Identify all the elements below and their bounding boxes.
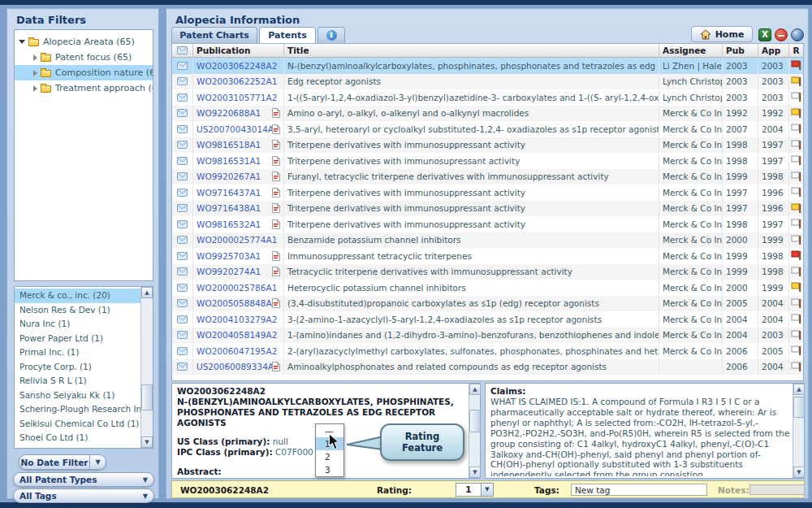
mail-icon[interactable]	[177, 204, 188, 212]
mail-icon[interactable]	[177, 284, 188, 292]
tree-item[interactable]: Composition nature (65)	[15, 65, 153, 80]
mail-icon[interactable]	[177, 267, 188, 276]
publication-link[interactable]: WO9716438A1	[197, 203, 261, 213]
tree-expand-icon[interactable]	[33, 54, 37, 61]
tree-item[interactable]: Treatment approach (65)	[15, 80, 153, 96]
flag-yellow-icon[interactable]	[791, 203, 802, 214]
mail-icon[interactable]	[177, 157, 188, 165]
publication-link[interactable]: WO9920274A1	[197, 267, 261, 276]
scroll-down-icon[interactable]: ▼	[793, 467, 805, 478]
pdf-icon[interactable]	[272, 251, 280, 261]
flag-white-icon[interactable]	[791, 330, 802, 341]
table-row[interactable]: WO9816532A1Triterpene derivatives with i…	[172, 216, 803, 232]
column-header-pub[interactable]: Pub	[723, 44, 758, 57]
chevron-down-icon[interactable]: ▼	[89, 455, 106, 469]
list-item-assignee[interactable]: Nura Inc (1)	[15, 317, 140, 332]
publication-link[interactable]: WO9816532A1	[197, 219, 261, 229]
flag-red-icon[interactable]	[791, 250, 802, 261]
scrollbar-thumb[interactable]	[141, 384, 153, 410]
assignee-scrollbar[interactable]: ▲ ▼	[140, 287, 153, 448]
mail-icon[interactable]	[177, 299, 188, 307]
scrollbar-thumb[interactable]	[793, 397, 805, 418]
scroll-up-icon[interactable]: ▲	[141, 287, 153, 298]
flag-white-icon[interactable]	[791, 267, 802, 277]
flag-yellow-icon[interactable]	[791, 282, 802, 293]
publication-link[interactable]: WO2000025774A1	[197, 235, 277, 245]
date-filter-dropdown[interactable]: No Date Filter ▼	[19, 454, 106, 470]
scroll-up-icon[interactable]: ▲	[469, 384, 481, 395]
mail-icon[interactable]	[177, 189, 188, 197]
list-item-assignee[interactable]: Nelson Res & Dev (1)	[15, 303, 140, 318]
tree-item-root[interactable]: Alopecia Areata (65)	[15, 34, 153, 50]
mail-icon[interactable]	[177, 77, 188, 85]
table-row[interactable]: WO9716438A1Triterpene derivatives with i…	[172, 201, 803, 217]
table-row[interactable]: WO2004058149A21-(amino)indanes and (1,2-…	[172, 328, 803, 344]
publication-link[interactable]: WO9920267A1	[197, 172, 261, 181]
tab-patents[interactable]: Patents	[259, 27, 316, 43]
home-button[interactable]: Home	[691, 26, 753, 42]
rating-option[interactable]: 3	[316, 463, 343, 476]
tree-expand-icon[interactable]	[33, 85, 37, 92]
column-header-r[interactable]: R	[789, 44, 803, 57]
publication-link[interactable]: WO2004103279A2	[197, 315, 277, 324]
scroll-up-icon[interactable]: ▲	[793, 384, 805, 395]
tree-expand-icon[interactable]	[33, 70, 37, 76]
column-header-publication[interactable]: Publication	[193, 44, 284, 57]
scroll-down-icon[interactable]: ▼	[469, 467, 481, 478]
mail-icon[interactable]	[177, 62, 188, 70]
publication-link[interactable]: WO9816518A1	[197, 140, 261, 150]
pdf-icon[interactable]	[272, 156, 280, 166]
column-header-assignee[interactable]: Assignee	[659, 44, 723, 57]
mail-icon[interactable]	[177, 172, 188, 180]
table-row[interactable]: WO2003062248A2N-(benzyl)aminoalkylcarbox…	[172, 58, 803, 74]
publication-link[interactable]: WO2003062248A2	[197, 61, 277, 71]
flag-yellow-icon[interactable]	[791, 76, 802, 87]
pdf-icon[interactable]	[272, 124, 280, 134]
table-row[interactable]: WO2004103279A23-(2-amino-1-azacyclyl)-5-…	[172, 311, 803, 328]
table-row[interactable]: WO9716437A1Triterpene derivatives with i…	[172, 185, 803, 201]
tab-patent-charts[interactable]: Patent Charts	[171, 27, 257, 43]
list-item-assignee[interactable]: Primal Inc. (1)	[15, 345, 140, 360]
publication-link[interactable]: WO9925703A1	[197, 251, 261, 261]
tree-collapse-icon[interactable]	[19, 40, 25, 44]
list-item-assignee[interactable]: Sansho Seiyaku Kk (1)	[15, 389, 140, 403]
tab-info[interactable]: i	[317, 27, 345, 43]
pdf-icon[interactable]	[272, 219, 280, 229]
flag-white-icon[interactable]	[791, 155, 802, 166]
publication-link[interactable]: WO9816531A1	[197, 156, 261, 166]
table-row[interactable]: WO9816518A1Triterpene derivatives with i…	[172, 137, 803, 154]
list-item-assignee[interactable]: Teijin Ltd (1)	[15, 445, 140, 449]
flag-white-icon[interactable]	[791, 362, 802, 372]
pdf-icon[interactable]	[272, 188, 280, 198]
publication-link[interactable]: US20070043014A1	[197, 124, 272, 134]
publication-link[interactable]: WO2005058848A1	[197, 298, 272, 308]
tags-input[interactable]	[571, 484, 707, 496]
list-item-assignee[interactable]: Power Paper Ltd (1)	[15, 332, 140, 346]
table-row[interactable]: WO2005058848A1(3,4-disubstituted)propano…	[172, 296, 803, 312]
flag-white-icon[interactable]	[791, 187, 802, 198]
list-item-assignee[interactable]: Shoei Co Ltd (1)	[15, 431, 140, 445]
table-row[interactable]: WO9920274A1Tetracyclic triterpene deriva…	[172, 264, 803, 280]
mail-icon[interactable]	[177, 363, 188, 371]
publication-link[interactable]: WO2003062252A1	[197, 76, 277, 86]
table-row[interactable]: WO9920267A1Furanyl, tetracyclic triterpe…	[172, 169, 803, 185]
table-row[interactable]: WO2000025774A1Benzamide potassium channe…	[172, 232, 803, 249]
column-header-title[interactable]: Title	[284, 44, 659, 57]
mail-icon[interactable]	[177, 315, 188, 323]
table-row[interactable]: WO2003105771A21-((5-aryl-1,2,4-oxadiazol…	[172, 89, 803, 106]
tree-item[interactable]: Patent focus (65)	[15, 50, 153, 65]
export-excel-icon[interactable]: X	[758, 28, 771, 41]
table-row[interactable]: US20060089334A1Aminoalkylphosphonates an…	[172, 359, 803, 376]
mail-icon[interactable]	[177, 141, 188, 149]
list-item-assignee[interactable]: Procyte Corp. (1)	[15, 360, 140, 375]
flag-white-icon[interactable]	[791, 235, 802, 245]
mail-icon[interactable]	[177, 236, 188, 244]
publication-link[interactable]: WO2004058149A2	[197, 330, 277, 340]
table-row[interactable]: WO2003062252A1Edg receptor agonistsLynch…	[172, 74, 803, 90]
mail-icon[interactable]	[177, 93, 188, 102]
pdf-icon[interactable]	[272, 267, 280, 276]
list-item-assignee[interactable]: Schering-Plough Research Institute	[15, 402, 140, 417]
pdf-icon[interactable]	[272, 108, 280, 118]
list-item-assignee[interactable]: Relivia S R L (1)	[15, 374, 140, 389]
column-header-app[interactable]: App	[758, 44, 789, 57]
